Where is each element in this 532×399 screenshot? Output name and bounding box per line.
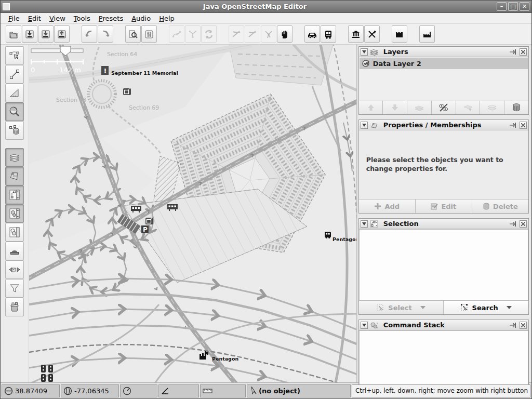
bus-button[interactable]: [321, 25, 336, 43]
select-dropdown-caret[interactable]: [420, 306, 425, 309]
tool-pliers-button[interactable]: [261, 25, 276, 43]
tv-icon-1[interactable]: [123, 88, 131, 95]
redo-icon: [100, 29, 111, 39]
selection-toggle-button[interactable]: [5, 185, 24, 204]
layer-down-button[interactable]: [383, 101, 407, 114]
layer-merge-button[interactable]: [407, 101, 432, 114]
preferences-button[interactable]: [141, 25, 157, 43]
redo-button[interactable]: [98, 25, 113, 43]
selection-close-icon[interactable]: [520, 220, 527, 228]
conflict-toggle-button[interactable]: [5, 260, 24, 279]
memorial-icon[interactable]: !: [101, 66, 109, 75]
properties-collapse-button[interactable]: [361, 122, 368, 129]
tv-icon-2[interactable]: [145, 218, 153, 224]
command-stack-icon: [8, 207, 21, 220]
select-tool-button[interactable]: [5, 46, 24, 65]
layers-list[interactable]: Data Layer 2: [360, 58, 528, 100]
hand-button[interactable]: [277, 25, 292, 43]
command-stack-panel-title: Command Stack: [383, 321, 507, 329]
pin-icon[interactable]: [509, 322, 517, 329]
measure-tool-button[interactable]: [5, 84, 24, 102]
relations-toggle-button[interactable]: [5, 223, 24, 242]
layer-visibility-button[interactable]: [432, 101, 456, 114]
delete-button[interactable]: Delete: [472, 200, 528, 213]
command-stack-list[interactable]: [359, 330, 528, 387]
factory-button[interactable]: [419, 25, 435, 43]
draw-node-tool-button[interactable]: [5, 65, 24, 84]
minimize-button[interactable]: –: [497, 2, 507, 11]
car-button[interactable]: [304, 25, 320, 43]
changeset-toggle-button[interactable]: [5, 298, 24, 316]
layer-merge-down-button[interactable]: [456, 101, 481, 114]
layer-duplicate-button[interactable]: [480, 101, 504, 114]
menu-presets[interactable]: Presets: [95, 14, 127, 23]
angle-field: [158, 384, 199, 397]
pin-icon[interactable]: [509, 48, 517, 56]
layer-delete-button[interactable]: [504, 101, 528, 114]
conflict-icon: [8, 263, 21, 276]
menu-view[interactable]: View: [46, 14, 69, 23]
select-button[interactable]: Select: [359, 301, 444, 314]
selection-list[interactable]: [359, 229, 528, 300]
layer-up-button[interactable]: [359, 101, 383, 114]
layers-collapse-button[interactable]: [361, 48, 368, 56]
delete-tool-button[interactable]: [5, 121, 24, 140]
layer-row[interactable]: Data Layer 2: [360, 58, 528, 69]
save-button[interactable]: [22, 25, 37, 43]
command-stack-collapse-button[interactable]: [361, 322, 368, 329]
zoom-dialog-button[interactable]: [125, 25, 141, 43]
menu-audio[interactable]: Audio: [128, 14, 154, 23]
active-layer-icon: [362, 59, 370, 68]
angle-icon: [161, 387, 170, 395]
search-cursor-icon: [461, 304, 469, 311]
properties-close-icon[interactable]: [520, 122, 527, 129]
select-cursor-icon: [377, 304, 385, 311]
menu-tools[interactable]: Tools: [70, 14, 94, 23]
pin-icon[interactable]: [509, 122, 517, 129]
tool-pick-button[interactable]: [229, 25, 244, 43]
menu-help[interactable]: Help: [155, 14, 178, 23]
museum-button[interactable]: [348, 25, 364, 43]
park-and-ride-icon[interactable]: P: [141, 225, 149, 233]
open-button[interactable]: [6, 25, 21, 43]
menu-edit[interactable]: Edit: [24, 14, 45, 23]
filter-toggle-button[interactable]: [5, 279, 24, 298]
notes-toggle-button[interactable]: [5, 242, 24, 260]
castle-button[interactable]: [392, 25, 407, 43]
add-button[interactable]: Add: [359, 200, 416, 213]
layers-toggle-button[interactable]: [5, 148, 24, 167]
tool-pick2-button[interactable]: [245, 25, 260, 43]
search-button[interactable]: Search: [444, 301, 528, 314]
selection-collapse-button[interactable]: [361, 220, 368, 228]
command-stack-close-icon[interactable]: [520, 322, 527, 329]
menu-bar: File Edit View Tools Presets Audio Help: [1, 13, 531, 24]
layers-close-icon[interactable]: [520, 48, 527, 56]
sync-button[interactable]: [201, 25, 217, 43]
zoom-icon: [8, 105, 21, 118]
restaurant-button[interactable]: [364, 25, 380, 43]
maximize-button[interactable]: □: [508, 2, 518, 11]
save-icon: [24, 29, 35, 39]
castle-icon: [394, 29, 405, 39]
map-canvas[interactable]: Section 64 Section 68 Section 69 ! Septe…: [29, 45, 356, 382]
search-dropdown-caret[interactable]: [507, 306, 512, 309]
undo-button[interactable]: [82, 25, 97, 43]
merge-ways-button[interactable]: [169, 25, 184, 43]
status-bar: 38.87409 -77.06345 (no object) Ctrl+up, …: [1, 382, 531, 398]
memorial-label: September 11 Memorial: [111, 70, 178, 76]
zoom-tool-button[interactable]: [5, 102, 24, 121]
close-button[interactable]: ✕: [520, 2, 529, 11]
properties-toggle-button[interactable]: [5, 167, 24, 185]
upload-button[interactable]: [54, 25, 70, 43]
command-stack-toggle-button[interactable]: [5, 204, 24, 223]
download-button[interactable]: [38, 25, 54, 43]
window-title: Java OpenStreetMap Editor: [13, 3, 497, 10]
menu-file[interactable]: File: [5, 14, 23, 23]
split-way-button[interactable]: [185, 25, 201, 43]
pin-icon[interactable]: [509, 220, 517, 228]
edit-tool-column: [1, 45, 29, 382]
edit-button[interactable]: Edit: [416, 200, 472, 213]
map-label-section68: Section 68: [56, 97, 86, 103]
layers-panel-title: Layers: [383, 48, 507, 56]
heading-field: [120, 384, 157, 397]
